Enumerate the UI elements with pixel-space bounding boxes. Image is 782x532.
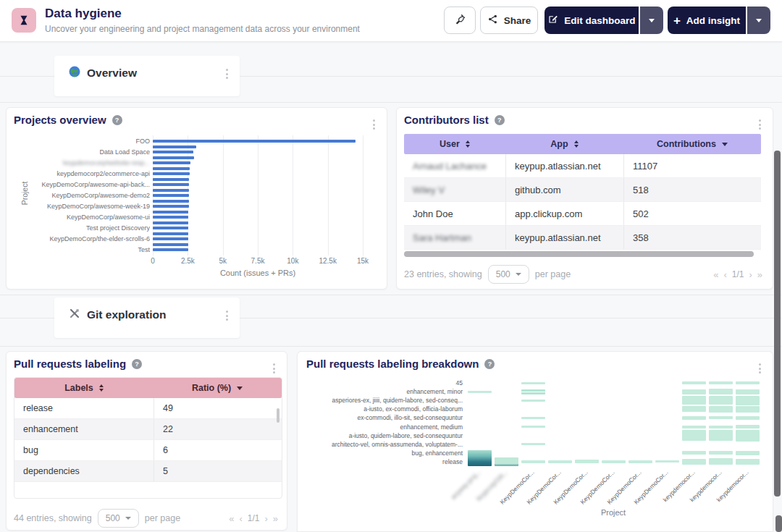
vertical-scrollbar[interactable]	[277, 408, 279, 423]
next-page-button[interactable]: ›	[264, 513, 267, 524]
heatmap-cell	[709, 430, 733, 441]
contributors-table-body: Arnaud Lachancekeypup.atlassian.net11107…	[404, 154, 761, 250]
add-insight-menu-button[interactable]	[747, 7, 770, 34]
heatmap-cell	[521, 382, 545, 384]
table-row[interactable]: enhancement22	[14, 419, 282, 440]
pr-labeling-menu-button[interactable]	[270, 360, 278, 376]
divider	[0, 76, 54, 77]
bar	[153, 161, 190, 164]
prev-page-button[interactable]: ‹	[723, 269, 726, 280]
last-page-button[interactable]: »	[273, 513, 278, 524]
column-header-labels[interactable]: Labels	[14, 383, 154, 393]
y-tick-label: KeypDemoCorp/awesome-week-19	[27, 203, 150, 210]
bar	[153, 205, 189, 208]
page-size-select[interactable]: 500	[98, 509, 139, 528]
table-row[interactable]: bug6	[14, 440, 282, 461]
bar	[153, 140, 356, 143]
x-axis-title: Count (issues + PRs)	[200, 269, 316, 277]
sort-icon[interactable]	[99, 384, 104, 392]
add-insight-button[interactable]: + Add insight	[668, 7, 746, 34]
column-header-user[interactable]: User	[404, 139, 505, 149]
divider	[0, 295, 782, 295]
next-page-button[interactable]: ›	[749, 269, 752, 280]
share-button[interactable]: Share	[480, 7, 538, 34]
chevron-down-icon	[649, 19, 655, 22]
heatmap-row-label: ex-commodi, illo-sit, sed-consequuntur	[303, 414, 463, 421]
label-cell: enhancement	[14, 419, 154, 439]
sort-icon[interactable]	[466, 140, 470, 148]
column-header-app[interactable]: App	[505, 139, 623, 149]
x-tick-label: 5k	[209, 257, 237, 265]
pr-labeling-card: Pull requests labeling ? Labels Ratio (%…	[6, 351, 287, 531]
heatmap-cell	[736, 406, 760, 413]
table-row[interactable]: John Doeapp.clickup.com502	[404, 202, 761, 226]
sort-icon[interactable]	[574, 140, 579, 148]
last-page-button[interactable]: »	[757, 269, 762, 280]
table-row[interactable]: Arnaud Lachancekeypup.atlassian.net11107	[404, 154, 761, 178]
chevron-down-icon	[516, 273, 521, 276]
page-subtitle: Uncover your engineering and project man…	[45, 24, 360, 34]
table-row[interactable]: dependencies5	[14, 461, 282, 482]
page-vertical-scrollbar-bottom[interactable]	[775, 515, 782, 532]
share-button-label: Share	[504, 15, 531, 26]
heatmap-cell	[521, 426, 545, 428]
first-page-button[interactable]: «	[229, 513, 234, 524]
table-row[interactable]: release49	[14, 398, 282, 419]
divider	[0, 318, 54, 318]
ratio-cell: 6	[154, 440, 281, 460]
prev-page-button[interactable]: ‹	[239, 513, 242, 524]
labeling-breakdown-heatmap: Project 45enhancement, minorasperiores-e…	[298, 352, 773, 531]
section-overview-label: Overview	[87, 67, 137, 80]
column-label: App	[550, 139, 568, 149]
table-row[interactable]: Wiley Vgithub.com518	[404, 178, 761, 202]
edit-pencil-icon	[547, 14, 558, 27]
bar	[153, 200, 189, 203]
y-tick-label: Test	[27, 246, 150, 253]
bar	[153, 178, 189, 181]
column-header-contributions[interactable]: Contributions	[623, 139, 761, 149]
divider	[240, 76, 782, 77]
heatmap-cell	[736, 430, 760, 442]
x-tick-label: 7.5k	[243, 257, 272, 265]
page-vertical-scrollbar[interactable]	[774, 151, 781, 497]
sort-desc-icon[interactable]	[722, 143, 728, 146]
page-size-select[interactable]: 500	[488, 265, 529, 284]
horizontal-scrollbar[interactable]	[404, 251, 754, 257]
heatmap-cell	[709, 451, 733, 455]
bar	[153, 145, 196, 148]
column-header-ratio[interactable]: Ratio (%)	[154, 383, 281, 393]
y-tick-label: Data Load Space	[27, 148, 150, 156]
user-cell: Wiley V	[404, 178, 505, 201]
pin-icon	[454, 13, 466, 28]
bar	[153, 189, 189, 192]
sort-desc-icon[interactable]	[237, 387, 243, 390]
heatmap-cell	[709, 416, 733, 419]
heatmap-x-label: keypdemocor...	[689, 468, 750, 530]
help-icon[interactable]: ?	[495, 115, 505, 125]
section-overview-menu-button[interactable]	[223, 66, 231, 82]
divider	[0, 102, 782, 103]
first-page-button[interactable]: «	[713, 269, 718, 280]
heatmap-cell	[682, 396, 706, 405]
y-tick-label: keypdemocorp2/ecommerce-api	[27, 170, 150, 177]
edit-dashboard-button[interactable]: Edit dashboard	[545, 7, 639, 34]
user-cell: John Doe	[404, 202, 505, 225]
heatmap-cell	[655, 460, 679, 463]
label-cell: release	[14, 398, 154, 418]
x-tick-label: 0	[138, 257, 167, 265]
section-git-menu-button[interactable]	[223, 308, 231, 324]
help-icon[interactable]: ?	[132, 359, 142, 369]
pin-button[interactable]	[444, 7, 476, 34]
edit-dashboard-menu-button[interactable]	[640, 7, 663, 34]
edit-dashboard-label: Edit dashboard	[564, 15, 635, 26]
table-row[interactable]: Sara Hartmankeypup.atlassian.net358	[404, 226, 761, 250]
heatmap-cell	[736, 425, 760, 428]
user-cell: Arnaud Lachance	[404, 154, 505, 177]
contributors-list-menu-button[interactable]	[756, 117, 764, 132]
heatmap-cell	[682, 459, 706, 465]
dashboard-hourglass-icon	[12, 8, 36, 33]
ratio-cell: 22	[154, 419, 281, 439]
pr-labeling-breakdown-card: Pull requests labeling breakdown ? Proje…	[297, 351, 773, 532]
column-label: Labels	[64, 383, 93, 393]
heatmap-row-label: a-iusto, ex-commodi, officia-laborum	[303, 405, 463, 413]
